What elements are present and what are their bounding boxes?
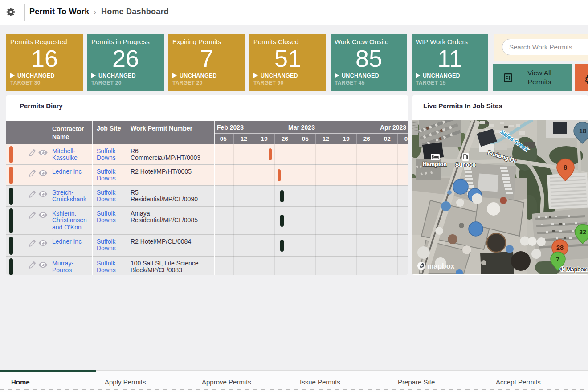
svg-text:8: 8 <box>564 164 567 171</box>
svg-text:Hampton: Hampton <box>423 161 447 167</box>
svg-text:32: 32 <box>579 229 586 236</box>
svg-text:7: 7 <box>556 256 559 263</box>
svg-text:© Mapbox: © Mapbox <box>560 266 587 273</box>
svg-text:Sunoco: Sunoco <box>455 162 476 168</box>
svg-text:mapbox: mapbox <box>427 262 454 270</box>
svg-text:18: 18 <box>579 127 586 135</box>
svg-text:28: 28 <box>556 244 564 251</box>
